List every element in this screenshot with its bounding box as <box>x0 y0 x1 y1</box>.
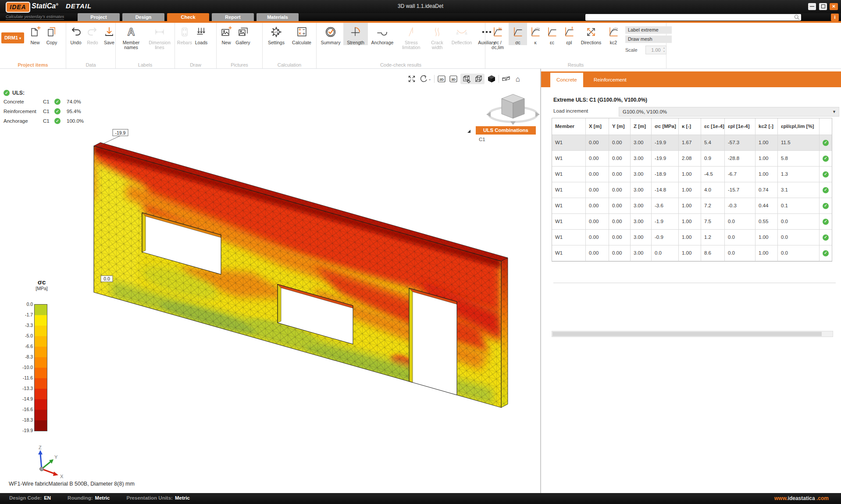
tree-node-uls-combinations[interactable]: ULS Combinations <box>476 126 536 135</box>
table-row[interactable]: W10.000.003.00-14.81.004.0-15.70.743.1✓ <box>552 182 832 198</box>
view-3d-button[interactable]: 3D <box>449 74 458 84</box>
tab-project[interactable]: Project <box>78 13 120 21</box>
close-button[interactable]: ✕ <box>830 3 838 10</box>
cell: W1 <box>552 214 586 230</box>
info-button[interactable]: i <box>831 14 839 21</box>
member-names-button[interactable]: A Member names <box>117 23 145 50</box>
table-row[interactable]: W10.000.003.00-1.91.007.50.00.550.0✓ <box>552 214 832 230</box>
search-input[interactable] <box>585 14 801 21</box>
cell: 0.00 <box>609 230 631 245</box>
column-header[interactable]: Y [m] <box>609 118 631 135</box>
group-label: Calculation <box>263 62 316 67</box>
design-code-item[interactable]: Design Code:EN <box>9 495 51 500</box>
undo-button[interactable]: Undo <box>68 23 84 45</box>
summary-button[interactable]: Summary <box>318 23 343 45</box>
ec-button[interactable]: εc <box>544 23 560 45</box>
calculate-button[interactable]: +−×÷ Calculate <box>289 23 315 45</box>
wall-3d-render[interactable]: -19.9 0.0 Z Y X <box>0 69 540 493</box>
tab-concrete[interactable]: Concrete <box>550 73 583 87</box>
new-project-item-button[interactable]: New <box>27 23 43 45</box>
uls-value: 95.4% <box>67 109 81 114</box>
kappa-button[interactable]: κ <box>527 23 544 45</box>
tab-reinforcement[interactable]: Reinforcement <box>588 73 633 87</box>
tab-check[interactable]: Check <box>167 13 209 21</box>
table-row[interactable]: W10.000.003.00-19.92.080.9-28.81.005.8✓ <box>552 151 832 167</box>
label-extreme-toggle[interactable]: Label extreme <box>625 26 672 34</box>
perspective-button[interactable] <box>474 74 483 84</box>
scale-spinner[interactable]: 1.00▲▼ <box>645 46 666 54</box>
cell: -18.9 <box>652 167 679 182</box>
button-label: Rebars <box>177 40 192 45</box>
column-header[interactable]: σc [MPa] <box>652 118 679 135</box>
scrollbar-thumb[interactable] <box>552 332 822 336</box>
sc-sclim-button[interactable]: % σc / σc,lim <box>487 23 509 50</box>
axonometry-button[interactable] <box>462 74 471 84</box>
chevron-down-icon[interactable]: ⌄ <box>428 77 431 81</box>
uls-row-reinforcement[interactable]: Reinforcement C1 ✓ 95.4% <box>4 108 84 114</box>
units-item[interactable]: Presentation Units:Metric <box>126 495 189 500</box>
tab-materials[interactable]: Materials <box>257 13 299 21</box>
column-header[interactable]: Z [m] <box>631 118 652 135</box>
maximize-button[interactable] <box>819 3 827 10</box>
epl-button[interactable]: ! εpl <box>560 23 578 45</box>
column-header[interactable]: kc2 [-] <box>755 118 778 135</box>
gallery-button[interactable]: Gallery <box>235 23 251 45</box>
drm-selector[interactable]: DRM1 ▾ <box>1 32 24 43</box>
minimize-button[interactable]: — <box>808 3 816 10</box>
website-link[interactable]: www.ideastatica .com <box>774 495 829 501</box>
save-button[interactable]: Save <box>101 23 118 45</box>
column-header[interactable]: εpl [1e-4] <box>725 118 755 135</box>
kc2-button[interactable]: kc2 <box>604 23 623 45</box>
ribbon-group-draw: Rebars Loads Draw <box>175 23 217 68</box>
uls-row-concrete[interactable]: Concrete C1 ✓ 74.0% <box>4 99 84 105</box>
zero-value-text: 0.0 <box>103 276 110 281</box>
tree-expander-icon[interactable] <box>467 130 470 133</box>
rounding-item[interactable]: Rounding:Metric <box>68 495 110 500</box>
table-row[interactable]: W10.000.003.00-19.91.675.4-57.31.0011.5✓ <box>552 135 832 151</box>
tab-report[interactable]: Report <box>212 13 254 21</box>
column-header[interactable]: εpl/εpl,lim [%] <box>778 118 820 135</box>
column-header[interactable]: εc [1e-4] <box>701 118 725 135</box>
navigation-cube[interactable] <box>476 89 540 131</box>
solid-view-button[interactable] <box>487 74 496 84</box>
strength-button[interactable]: Strength <box>343 23 368 45</box>
copy-button[interactable]: Copy <box>43 23 60 45</box>
tab-design[interactable]: Design <box>122 13 164 21</box>
table-row[interactable]: W10.000.003.00-3.61.007.2-0.30.440.1✓ <box>552 198 832 214</box>
table-row[interactable]: W10.000.003.00-0.91.001.20.01.000.0✓ <box>552 230 832 245</box>
settings-button[interactable]: </> Settings <box>264 23 289 45</box>
spinner-arrows[interactable]: ▲▼ <box>663 46 665 53</box>
cell: -28.8 <box>725 151 755 167</box>
model-viewport[interactable]: -19.9 0.0 Z Y X ⌄ <box>0 69 540 493</box>
draw-mesh-toggle[interactable]: Draw mesh <box>625 35 672 43</box>
uls-combo: C1 <box>43 99 54 104</box>
rotate-view-icon[interactable]: ⌄ <box>419 74 432 84</box>
anchorage-button[interactable]: Anchorage <box>368 23 397 45</box>
directions-button[interactable]: Directions <box>578 23 604 45</box>
fit-view-icon[interactable] <box>407 74 417 84</box>
load-increment-select[interactable]: G100.0%, V100.0% ▼ <box>619 107 839 117</box>
design-code-label: Design Code: <box>9 495 42 500</box>
clip-view-button[interactable] <box>501 74 511 84</box>
legend-band <box>35 410 47 420</box>
tree-node-c1[interactable]: C1 <box>479 137 485 142</box>
home-view-button[interactable]: ⌂ <box>513 74 523 84</box>
column-header[interactable]: Member <box>552 118 586 135</box>
table-row[interactable]: W10.000.003.00-18.91.00-4.5-6.71.001.3✓ <box>552 167 832 182</box>
loads-button[interactable]: Loads <box>193 23 210 45</box>
view-2d-button[interactable]: 2D <box>437 74 446 84</box>
status-cell: ✓ <box>820 182 832 198</box>
uls-row-anchorage[interactable]: Anchorage C1 ✓ 100.0% <box>4 118 84 124</box>
save-icon <box>103 25 115 39</box>
cell: 11.5 <box>778 135 820 151</box>
chevron-down-icon: ▼ <box>832 107 836 116</box>
column-header[interactable]: X [m] <box>586 118 609 135</box>
table-horizontal-scrollbar[interactable] <box>552 331 833 337</box>
cell: W1 <box>552 151 586 167</box>
sc-button[interactable]: σc <box>509 23 527 45</box>
new-picture-button[interactable]: New <box>218 23 235 45</box>
check-icon: ✓ <box>54 118 61 124</box>
table-row[interactable]: W10.000.003.000.01.008.60.01.000.0✓ <box>552 245 832 261</box>
column-header[interactable]: κ [-] <box>679 118 701 135</box>
view-mode-group <box>460 74 485 84</box>
